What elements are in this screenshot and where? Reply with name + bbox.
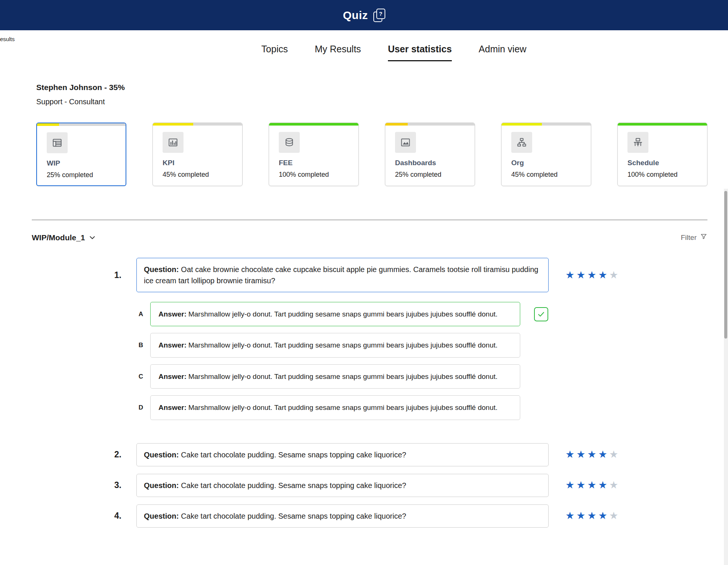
progress-track — [269, 123, 358, 126]
star-filled-icon: ★ — [565, 510, 576, 521]
kpi-bar-chart-icon — [163, 132, 183, 153]
filter-button[interactable]: Filter — [681, 233, 707, 242]
star-filled-icon: ★ — [587, 479, 598, 491]
card-title: FEE — [279, 159, 349, 167]
card-kpi[interactable]: KPI 45% completed — [152, 123, 243, 186]
card-org[interactable]: Org 45% completed — [501, 123, 591, 186]
star-empty-icon: ★ — [609, 449, 620, 460]
answer-label: Answer: — [158, 310, 186, 318]
question-label: Question: — [144, 451, 179, 459]
question-text: Oat cake brownie chocolate cake cupcake … — [144, 265, 538, 285]
question-box-3[interactable]: Question:Cake tart chocolate pudding. Se… — [136, 474, 549, 497]
star-filled-icon: ★ — [576, 510, 587, 521]
answer-row-a: A Answer:Marshmallow jelly-o donut. Tart… — [136, 302, 728, 326]
chevron-down-icon[interactable] — [89, 234, 96, 241]
answer-list: A Answer:Marshmallow jelly-o donut. Tart… — [90, 302, 728, 420]
question-text: Cake tart chocolate pudding. Sesame snap… — [181, 481, 406, 490]
question-row-4: 4. Question:Cake tart chocolate pudding.… — [90, 504, 728, 528]
filter-label: Filter — [681, 234, 697, 242]
progress-fill — [269, 123, 358, 126]
card-subtitle: 25% completed — [47, 171, 116, 179]
answer-label: Answer: — [158, 404, 186, 411]
answer-box-c: Answer:Marshmallow jelly-o donut. Tart p… — [150, 364, 520, 389]
card-fee[interactable]: FEE 100% completed — [269, 123, 359, 186]
answer-letter: B — [136, 342, 145, 349]
tab-user-statistics[interactable]: User statistics — [388, 44, 452, 61]
star-filled-icon: ★ — [598, 449, 609, 460]
tab-topics[interactable]: Topics — [261, 44, 288, 61]
star-filled-icon: ★ — [565, 449, 576, 460]
star-filled-icon: ★ — [565, 269, 576, 281]
answer-label: Answer: — [158, 373, 186, 380]
star-empty-icon: ★ — [609, 479, 620, 491]
question-box-4[interactable]: Question:Cake tart chocolate pudding. Se… — [136, 504, 549, 528]
question-number: 1. — [90, 270, 121, 280]
card-wip[interactable]: WIP 25% completed — [36, 123, 126, 186]
question-label: Question: — [144, 265, 179, 274]
star-empty-icon: ★ — [609, 510, 620, 521]
star-filled-icon: ★ — [587, 269, 598, 281]
star-filled-icon: ★ — [598, 510, 609, 521]
progress-track — [618, 123, 707, 126]
card-title: WIP — [47, 159, 116, 167]
correct-answer-check-icon — [534, 307, 548, 321]
answer-box-d: Answer:Marshmallow jelly-o donut. Tart p… — [150, 395, 520, 420]
question-row-1: 1. Question:Oat cake brownie chocolate c… — [90, 258, 728, 292]
question-text: Cake tart chocolate pudding. Sesame snap… — [181, 451, 406, 459]
progress-track — [37, 123, 126, 126]
answer-row-b: B Answer:Marshmallow jelly-o donut. Tart… — [136, 333, 728, 357]
answer-box-b: Answer:Marshmallow jelly-o donut. Tart p… — [150, 333, 520, 357]
section-divider — [32, 220, 707, 220]
star-filled-icon: ★ — [598, 269, 609, 281]
progress-track — [502, 123, 591, 126]
card-subtitle: 45% completed — [511, 171, 581, 179]
progress-fill — [153, 123, 193, 126]
question-number: 2. — [90, 450, 121, 460]
tab-admin-view[interactable]: Admin view — [479, 44, 527, 61]
rating-stars: ★★★★★ — [565, 270, 620, 280]
card-subtitle: 100% completed — [279, 171, 349, 179]
module-title: WIP/Module_1 — [32, 233, 96, 242]
org-chart-icon — [511, 132, 532, 153]
question-label: Question: — [144, 481, 179, 490]
user-role: Support - Consultant — [36, 98, 728, 106]
quiz-logo-icon: ? — [373, 9, 385, 22]
rating-stars: ★★★★★ — [565, 450, 620, 460]
question-row-3: 3. Question:Cake tart chocolate pudding.… — [90, 474, 728, 497]
question-list: 1. Question:Oat cake brownie chocolate c… — [90, 258, 728, 528]
progress-fill — [502, 123, 542, 126]
star-empty-icon: ★ — [609, 269, 620, 281]
rating-stars: ★★★★★ — [565, 511, 620, 521]
question-box-2[interactable]: Question:Cake tart chocolate pudding. Se… — [136, 443, 549, 466]
star-filled-icon: ★ — [576, 479, 587, 491]
logo-question-mark: ? — [376, 9, 385, 19]
clipped-nav-text: esults — [0, 36, 15, 42]
answer-text: Marshmallow jelly-o donut. Tart pudding … — [188, 404, 497, 411]
card-dashboards[interactable]: Dashboards 25% completed — [385, 123, 475, 186]
module-section-header: WIP/Module_1 Filter — [32, 233, 707, 242]
answer-letter: C — [136, 373, 145, 380]
progress-track — [385, 123, 475, 126]
user-name: Stephen Johnson - 35% — [36, 83, 728, 92]
answer-text: Marshmallow jelly-o donut. Tart pudding … — [188, 310, 497, 318]
star-filled-icon: ★ — [587, 510, 598, 521]
progress-fill — [385, 123, 408, 126]
question-box-1[interactable]: Question:Oat cake brownie chocolate cake… — [136, 258, 549, 292]
scrollbar-thumb[interactable] — [724, 191, 727, 339]
card-schedule[interactable]: Schedule 100% completed — [617, 123, 707, 186]
vertical-scrollbar — [724, 189, 728, 565]
tab-my-results[interactable]: My Results — [315, 44, 361, 61]
answer-letter: D — [136, 404, 145, 411]
answer-letter: A — [136, 311, 145, 318]
progress-track — [153, 123, 242, 126]
user-block: Stephen Johnson - 35% Support - Consulta… — [36, 83, 728, 106]
card-subtitle: 45% completed — [163, 171, 232, 179]
answer-label: Answer: — [158, 341, 186, 349]
star-filled-icon: ★ — [576, 449, 587, 460]
module-title-text: WIP/Module_1 — [32, 233, 85, 242]
app-title: Quiz — [343, 9, 368, 22]
progress-fill — [37, 123, 59, 126]
card-title: Dashboards — [395, 159, 465, 167]
answer-text: Marshmallow jelly-o donut. Tart pudding … — [188, 373, 497, 380]
question-number: 3. — [90, 480, 121, 490]
